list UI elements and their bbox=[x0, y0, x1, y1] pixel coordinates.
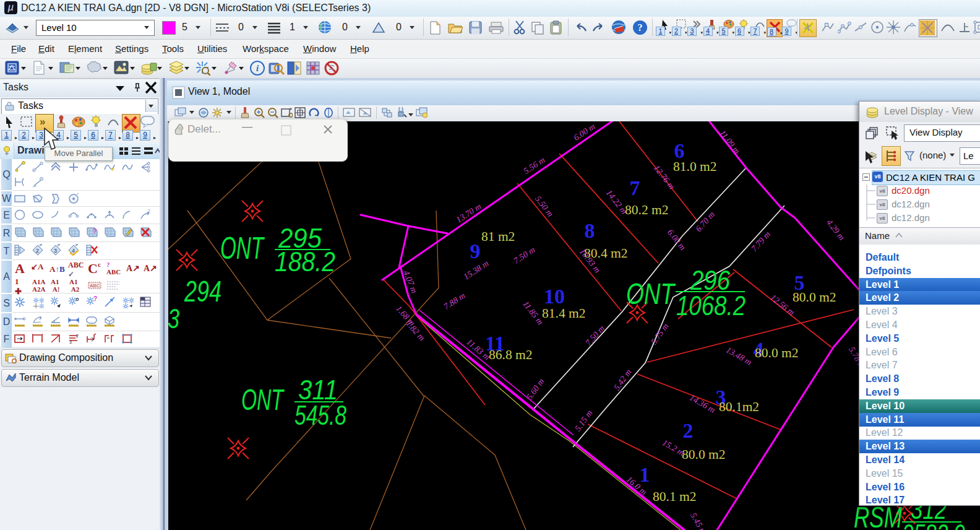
svg-text:1068.2: 1068.2 bbox=[676, 290, 746, 321]
svg-text:ONT: ONT bbox=[220, 231, 265, 266]
svg-text:81 m2: 81 m2 bbox=[481, 229, 515, 244]
svg-text:?: ? bbox=[93, 296, 97, 302]
svg-text:93: 93 bbox=[168, 303, 179, 334]
svg-text:ONT: ONT bbox=[626, 277, 676, 310]
svg-text:13.48 m: 13.48 m bbox=[724, 345, 754, 367]
svg-text:80.1m2: 80.1m2 bbox=[719, 399, 759, 414]
svg-text:7.50 m: 7.50 m bbox=[512, 245, 536, 266]
svg-text:o: o bbox=[75, 296, 79, 302]
svg-text:80.2 m2: 80.2 m2 bbox=[625, 202, 668, 217]
svg-text:5.56 m: 5.56 m bbox=[522, 155, 546, 176]
svg-text:81.4 m2: 81.4 m2 bbox=[542, 306, 585, 321]
svg-text:?: ? bbox=[93, 227, 97, 235]
svg-text:2583.9: 2583.9 bbox=[901, 519, 965, 530]
svg-text:5.75 m: 5.75 m bbox=[649, 322, 670, 347]
svg-text:294: 294 bbox=[184, 275, 221, 308]
svg-text:6.00 m: 6.00 m bbox=[572, 122, 596, 142]
svg-text:4.29 m: 4.29 m bbox=[825, 218, 846, 242]
svg-text:2: 2 bbox=[683, 419, 694, 442]
svg-text:?: ? bbox=[638, 22, 643, 33]
svg-text:10: 10 bbox=[544, 285, 565, 308]
svg-text:11.09 m: 11.09 m bbox=[718, 128, 742, 155]
svg-text:2: 2 bbox=[76, 334, 79, 338]
svg-text:14.36 m: 14.36 m bbox=[688, 393, 717, 415]
svg-text:5.15 m: 5.15 m bbox=[573, 409, 594, 433]
svg-text:80.1 m2: 80.1 m2 bbox=[653, 489, 696, 504]
svg-text:80.0 m2: 80.0 m2 bbox=[793, 290, 836, 305]
svg-text:1: 1 bbox=[640, 463, 650, 486]
svg-text:86.8 m2: 86.8 m2 bbox=[489, 347, 532, 362]
svg-text:7.79 m: 7.79 m bbox=[749, 230, 772, 253]
svg-text:ABC: ABC bbox=[90, 283, 100, 289]
svg-text:5.45 m: 5.45 m bbox=[689, 511, 708, 530]
svg-text:2: 2 bbox=[148, 209, 150, 213]
svg-text:3: 3 bbox=[69, 340, 72, 344]
svg-text:i: i bbox=[256, 63, 259, 73]
svg-text:188.2: 188.2 bbox=[275, 246, 335, 277]
svg-text:15.2 m: 15.2 m bbox=[661, 438, 686, 458]
svg-text:3: 3 bbox=[54, 248, 57, 254]
svg-text:81.0 m2: 81.0 m2 bbox=[673, 159, 716, 174]
svg-text:6.00 m: 6.00 m bbox=[666, 228, 687, 252]
svg-text:7: 7 bbox=[630, 176, 640, 199]
svg-text:8: 8 bbox=[585, 219, 595, 242]
svg-text:6.70 m: 6.70 m bbox=[694, 210, 716, 233]
svg-text:7.88 m: 7.88 m bbox=[442, 291, 466, 311]
svg-text:5.60 m: 5.60 m bbox=[525, 377, 546, 402]
svg-text:2: 2 bbox=[36, 248, 39, 254]
svg-text:7.50 m: 7.50 m bbox=[583, 324, 606, 347]
svg-text:9: 9 bbox=[470, 240, 481, 263]
svg-text:80.0 m2: 80.0 m2 bbox=[682, 447, 725, 462]
svg-text:ONT: ONT bbox=[241, 383, 285, 416]
svg-text:80.0 m2: 80.0 m2 bbox=[755, 345, 798, 360]
svg-text:545.8: 545.8 bbox=[294, 400, 346, 430]
